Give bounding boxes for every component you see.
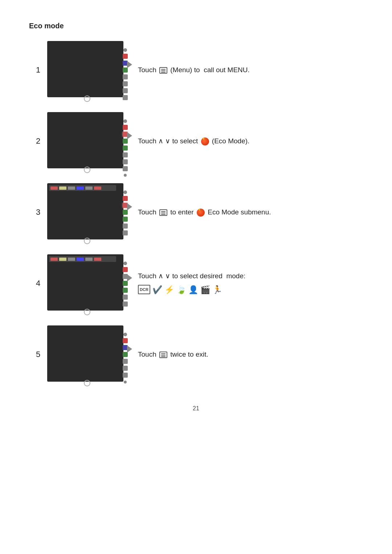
monitor-arrow-4 [127, 274, 132, 282]
person-working-icon: 👤 [188, 284, 198, 296]
leaf-icon: 🍃 [176, 284, 186, 296]
step-5-row: 5 Touch twice to exit. [29, 325, 363, 383]
menu-icon-1 [159, 67, 167, 74]
step-4-number: 4 [29, 279, 47, 288]
game-icon: 🏃 [212, 284, 222, 296]
step-4-text: Touch ∧ ∨ to select desired mode: DCR ✔️… [138, 271, 245, 296]
monitor-sidebar [123, 48, 128, 100]
step-3-monitor [47, 183, 127, 241]
monitor-arrow [127, 61, 132, 68]
eco-icon-3 [197, 209, 205, 217]
monitor-sidebar-2 [123, 119, 128, 177]
step-3-number: 3 [29, 208, 47, 217]
monitor-circle-3 [84, 238, 90, 244]
monitor-menubar-4 [49, 256, 116, 262]
step-1-monitor [47, 41, 127, 99]
step-1-number: 1 [29, 65, 47, 75]
monitor-sidebar-4 [123, 262, 128, 307]
step-4-row: 4 Touch ∧ ∨ to selec [29, 254, 363, 312]
step-3-text: Touch to enter Eco Mode submenu. [138, 207, 271, 218]
step-5-monitor [47, 325, 127, 383]
page-number: 21 [29, 405, 363, 412]
eco-icon-2 [201, 138, 209, 145]
monitor-circle-2 [84, 167, 90, 173]
monitor-circle-5 [84, 380, 90, 386]
step-2-monitor [47, 112, 127, 170]
step-5-number: 5 [29, 350, 47, 359]
dcr-icon: DCR [138, 285, 150, 294]
monitor-sidebar-5 [123, 333, 128, 383]
menu-icon-3 [159, 209, 167, 216]
monitor-circle [84, 95, 90, 102]
step-2-row: 2 Touch ∧ ∨ to select (Eco Mode). [29, 112, 363, 170]
mode-icons: DCR ✔️ ⚡ 🍃 👤 🎬 🏃 [138, 284, 245, 296]
lightning-icon: ⚡ [164, 284, 174, 296]
step-3-row: 3 Touch to enter E [29, 183, 363, 241]
monitor-arrow-3 [127, 203, 132, 210]
step-2-number: 2 [29, 136, 47, 146]
monitor-menubar-3 [49, 185, 116, 191]
monitor-circle-4 [84, 309, 90, 315]
monitor-arrow-2 [127, 132, 132, 139]
step-1-row: 1 Touch (Menu) to call out MENU. [29, 41, 363, 99]
step-5-text: Touch twice to exit. [138, 349, 208, 360]
step-1-text: Touch (Menu) to call out MENU. [138, 65, 250, 75]
menu-icon-5 [159, 352, 167, 358]
monitor-sidebar-3 [123, 190, 128, 235]
monitor-arrow-5 [127, 345, 132, 353]
step-4-monitor [47, 254, 127, 312]
cinema-icon: 🎬 [200, 284, 210, 296]
step-2-text: Touch ∧ ∨ to select (Eco Mode). [138, 136, 249, 147]
page-title: Eco mode [29, 22, 363, 30]
check-icon: ✔️ [152, 284, 162, 296]
